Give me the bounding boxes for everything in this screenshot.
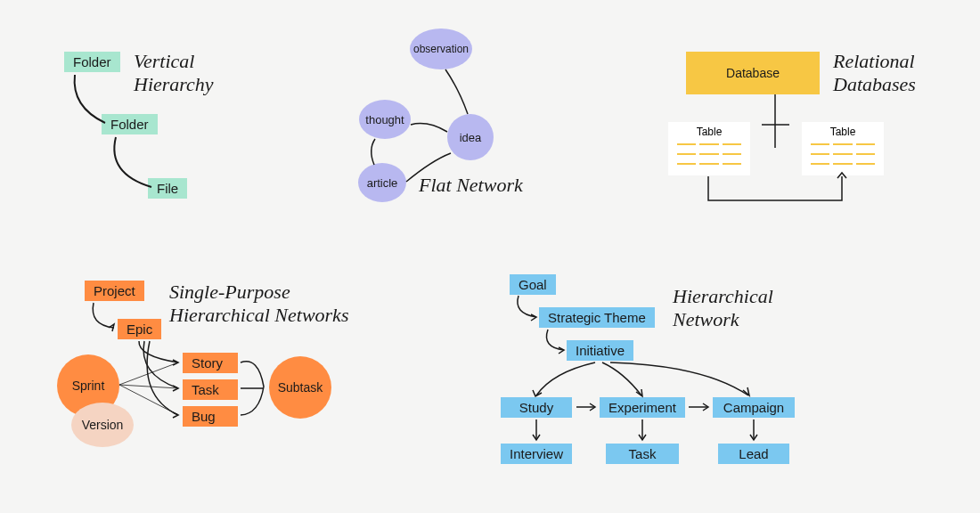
node-observation: observation — [410, 28, 472, 69]
node-lead: Lead — [718, 444, 789, 464]
node-subtask: Subtask — [269, 356, 331, 419]
node-goal: Goal — [510, 274, 556, 295]
node-project: Project — [85, 281, 144, 301]
node-table-1: Table — [668, 122, 750, 175]
node-task: Task — [606, 444, 679, 464]
connector-line — [445, 69, 468, 114]
table-label: Table — [830, 126, 856, 138]
node-bug: Bug — [183, 406, 238, 427]
connector-line — [411, 124, 447, 132]
node-epic: Epic — [118, 319, 161, 339]
connector-line — [119, 362, 178, 415]
arrowhead-icon — [703, 403, 708, 411]
connector-line — [708, 176, 842, 200]
title-single-purpose: Single-Purpose Hierarchical Networks — [169, 281, 348, 328]
node-folder-1: Folder — [64, 52, 120, 72]
arrowhead-icon — [531, 314, 536, 321]
node-strategic-theme: Strategic Theme — [539, 307, 655, 328]
connector-brace — [241, 362, 264, 415]
node-article: article — [358, 163, 406, 202]
node-task: Task — [183, 379, 238, 400]
arrowhead-icon — [173, 386, 178, 391]
connector-line — [93, 303, 114, 328]
title-relational-databases: Relational Databases — [833, 50, 916, 97]
arrowhead-icon — [559, 347, 564, 354]
connector-line — [602, 362, 641, 395]
node-experiment: Experiment — [600, 397, 685, 418]
node-thought: thought — [359, 100, 411, 139]
connector-line — [139, 341, 178, 362]
title-hierarchical-network: Hierarchical Network — [673, 285, 773, 332]
arrowhead-icon — [636, 389, 642, 396]
connector-line — [114, 137, 151, 187]
node-campaign: Campaign — [713, 397, 795, 418]
arrowhead-icon — [743, 387, 749, 395]
arrowhead-icon — [173, 412, 178, 418]
node-interview: Interview — [501, 444, 572, 464]
title-flat-network: Flat Network — [419, 174, 523, 197]
title-vertical-hierarchy: Vertical Hierarchy — [134, 50, 214, 97]
arrowhead-icon — [109, 324, 114, 331]
node-version: Version — [71, 403, 134, 447]
arrowhead-icon — [533, 435, 540, 440]
arrowhead-icon — [590, 403, 595, 411]
arrowhead-icon — [750, 435, 757, 440]
node-file: File — [148, 178, 187, 199]
connector-line — [546, 330, 564, 350]
node-folder-2: Folder — [102, 114, 158, 134]
node-database: Database — [686, 52, 820, 94]
node-study: Study — [501, 397, 572, 418]
connector-line — [147, 341, 178, 415]
connector-line — [610, 362, 748, 395]
connector-line — [75, 75, 105, 123]
connector-line — [372, 139, 375, 165]
node-story: Story — [183, 353, 238, 373]
node-table-2: Table — [802, 122, 884, 175]
node-initiative: Initiative — [567, 340, 633, 361]
table-label: Table — [697, 126, 723, 138]
arrowhead-icon — [533, 390, 542, 396]
connector-line — [143, 341, 178, 388]
node-idea: idea — [447, 114, 494, 160]
arrowhead-icon — [639, 435, 646, 440]
connector-line — [762, 94, 789, 148]
connector-line — [536, 362, 595, 395]
arrowhead-icon — [173, 360, 178, 365]
connector-line — [518, 296, 536, 317]
